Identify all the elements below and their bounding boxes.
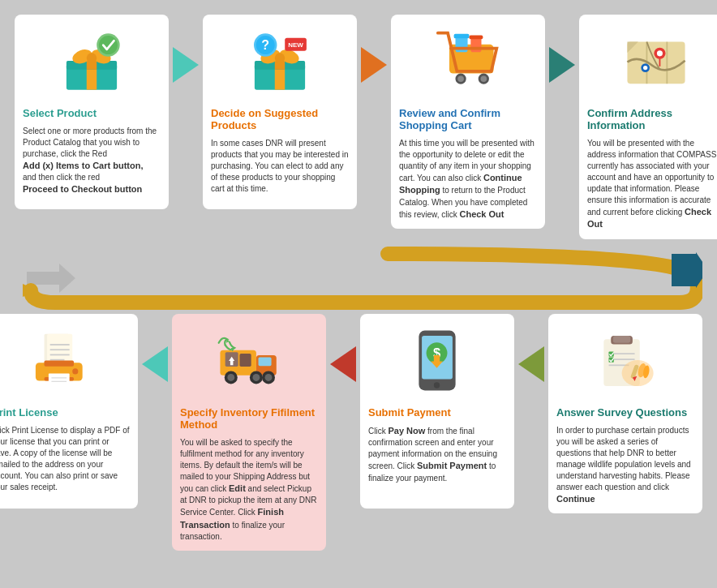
icon-area-select-product bbox=[15, 15, 169, 104]
svg-rect-82 bbox=[49, 373, 70, 386]
step2-desc: In some cases DNR will present products … bbox=[203, 135, 357, 209]
map-icon bbox=[624, 32, 689, 92]
step7-desc: Click Pay Now from the final confirmatio… bbox=[360, 422, 514, 509]
svg-rect-65 bbox=[239, 354, 251, 367]
svg-rect-44 bbox=[613, 336, 630, 343]
gift-check-icon bbox=[59, 29, 124, 94]
svg-point-72 bbox=[265, 374, 273, 381]
step1-title: Select Product bbox=[15, 104, 169, 122]
step-print-license: Print License Click Print License to dis… bbox=[0, 314, 138, 509]
flow-curve-svg bbox=[15, 246, 702, 311]
icon-area-truck bbox=[172, 314, 326, 403]
step-review-cart: Review and Confirm Shopping Cart At this… bbox=[391, 15, 545, 229]
step-specify-inventory: Specify Inventory Fifilment Method You w… bbox=[172, 314, 326, 551]
step1-desc: Select one or more products from the Pro… bbox=[15, 122, 169, 209]
arrow-red-icon bbox=[330, 346, 356, 382]
svg-point-34 bbox=[657, 50, 663, 56]
arrow-1 bbox=[169, 47, 203, 83]
top-row: Select Product Select one or more produc… bbox=[15, 15, 702, 239]
main-container: Select Product Select one or more produc… bbox=[0, 0, 717, 588]
arrow-left-2 bbox=[326, 346, 360, 382]
step8-title: Answer Survey Questions bbox=[548, 403, 702, 422]
gift-question-icon: NEW ? bbox=[247, 29, 312, 94]
step-submit-payment: $ Submit Payment Click Pay Now from the … bbox=[360, 314, 514, 509]
step2-title: Decide on Suggested Products bbox=[203, 104, 357, 135]
step4-desc: You will be presented with the address i… bbox=[579, 135, 717, 239]
step-confirm-address: Confirm Address Information You will be … bbox=[579, 15, 717, 239]
svg-point-8 bbox=[99, 36, 118, 54]
step5-title: Print License bbox=[0, 403, 138, 422]
step-select-product: Select Product Select one or more produc… bbox=[15, 15, 169, 209]
bottom-row: Answer Survey Questions In order to purc… bbox=[15, 314, 702, 551]
survey-icon bbox=[593, 328, 658, 393]
arrow-dark-teal-icon bbox=[549, 47, 575, 83]
svg-point-60 bbox=[434, 383, 440, 388]
svg-rect-23 bbox=[453, 34, 469, 39]
payment-icon: $ bbox=[413, 326, 462, 395]
svg-point-6 bbox=[87, 53, 97, 62]
step8-desc: In order to purchase certain products yo… bbox=[548, 422, 702, 513]
arrow-teal-left-icon bbox=[142, 346, 168, 382]
arrow-3 bbox=[545, 47, 579, 83]
icon-area-decide: NEW ? bbox=[203, 15, 357, 104]
arrow-olive-icon bbox=[518, 346, 544, 382]
arrow-orange-icon bbox=[361, 47, 387, 83]
icon-area-printer bbox=[0, 314, 138, 403]
svg-point-29 bbox=[480, 75, 487, 82]
arrow-2 bbox=[357, 47, 391, 83]
step3-title: Review and Confirm Shopping Cart bbox=[391, 104, 545, 135]
step6-title: Specify Inventory Fifilment Method bbox=[172, 403, 326, 434]
icon-area-payment: $ bbox=[360, 314, 514, 403]
svg-point-70 bbox=[252, 374, 260, 381]
arrow-left-3 bbox=[514, 346, 548, 382]
cart-icon bbox=[434, 29, 503, 94]
arrow-teal-icon bbox=[173, 47, 199, 83]
icon-area-cart bbox=[391, 15, 545, 104]
svg-text:?: ? bbox=[261, 38, 269, 52]
step-decide-suggested: NEW ? Decide on Suggested Products In so… bbox=[203, 15, 357, 209]
step5-desc: Click Print License to display a PDF of … bbox=[0, 422, 138, 509]
flow-curve-area bbox=[15, 246, 702, 311]
svg-rect-80 bbox=[45, 360, 74, 366]
printer-icon bbox=[28, 328, 93, 393]
icon-area-survey bbox=[548, 314, 702, 403]
arrow-left-1 bbox=[138, 346, 172, 382]
step6-desc: You will be asked to specify the fulfilm… bbox=[172, 434, 326, 551]
svg-marker-41 bbox=[672, 252, 702, 288]
step4-title: Confirm Address Information bbox=[579, 104, 717, 135]
svg-rect-63 bbox=[259, 357, 272, 366]
svg-text:NEW: NEW bbox=[288, 41, 303, 49]
svg-point-85 bbox=[72, 368, 78, 374]
svg-rect-25 bbox=[469, 36, 483, 40]
step3-desc: At this time you will be presented with … bbox=[391, 135, 545, 229]
step-answer-survey: Answer Survey Questions In order to purc… bbox=[548, 314, 702, 513]
svg-point-37 bbox=[643, 65, 647, 69]
icon-area-map bbox=[579, 15, 717, 104]
svg-point-15 bbox=[275, 53, 285, 62]
svg-point-68 bbox=[227, 374, 234, 381]
svg-point-27 bbox=[457, 75, 464, 82]
step7-title: Submit Payment bbox=[360, 403, 514, 422]
truck-icon bbox=[217, 328, 281, 393]
